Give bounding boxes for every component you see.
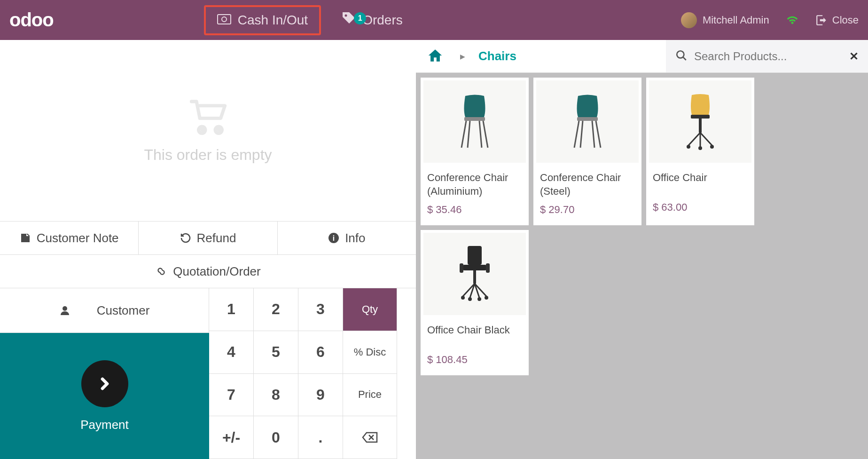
numpad-dot[interactable]: . xyxy=(298,416,343,459)
breadcrumb-separator-icon: ▶ xyxy=(454,53,471,60)
svg-rect-10 xyxy=(464,117,485,121)
numpad-backspace[interactable] xyxy=(343,416,397,459)
product-name: Office Chair Black xyxy=(421,318,529,352)
numpad-9[interactable]: 9 xyxy=(298,374,343,417)
svg-text:i: i xyxy=(333,234,335,242)
product-name: Office Chair xyxy=(646,166,754,199)
search-input[interactable] xyxy=(688,50,849,63)
svg-line-18 xyxy=(580,121,583,148)
svg-line-24 xyxy=(700,133,712,145)
svg-point-1 xyxy=(222,17,227,22)
svg-point-39 xyxy=(477,297,481,301)
product-card[interactable]: Office Chair $ 63.00 xyxy=(646,78,754,225)
orders-badge: 1 xyxy=(354,12,366,24)
svg-line-14 xyxy=(479,121,482,148)
main: This order is empty Customer Note Refund… xyxy=(0,40,868,459)
svg-rect-15 xyxy=(577,117,598,121)
svg-rect-20 xyxy=(691,115,710,119)
numpad: 1 2 3 Qty 4 5 6 % Disc 7 8 9 Price +/- 0… xyxy=(209,288,416,459)
wifi-icon xyxy=(785,12,799,28)
home-icon[interactable] xyxy=(416,47,454,65)
svg-rect-30 xyxy=(460,263,463,273)
customer-button[interactable]: Customer xyxy=(0,288,209,333)
numpad-5[interactable]: 5 xyxy=(254,331,298,374)
product-image xyxy=(536,80,639,163)
svg-point-37 xyxy=(461,296,465,300)
svg-point-27 xyxy=(710,145,714,149)
payment-circle xyxy=(81,360,128,407)
svg-rect-28 xyxy=(468,246,482,265)
svg-rect-32 xyxy=(473,270,476,284)
numpad-4[interactable]: 4 xyxy=(209,331,254,374)
mode-disc[interactable]: % Disc xyxy=(343,331,397,374)
svg-line-16 xyxy=(574,121,579,148)
svg-point-26 xyxy=(698,146,702,150)
payment-label: Payment xyxy=(80,418,129,432)
search-wrap: ✕ xyxy=(666,40,868,72)
payment-button[interactable]: Payment xyxy=(0,333,209,459)
svg-line-19 xyxy=(592,121,594,148)
search-icon xyxy=(675,49,688,63)
svg-point-40 xyxy=(485,296,488,300)
numpad-1[interactable]: 1 xyxy=(209,288,254,331)
numpad-8[interactable]: 8 xyxy=(254,374,298,417)
customer-note-button[interactable]: Customer Note xyxy=(0,222,139,254)
logo: odoo xyxy=(9,9,54,31)
mode-qty[interactable]: Qty xyxy=(343,288,397,331)
numpad-7[interactable]: 7 xyxy=(209,374,254,417)
breadcrumb: ▶ Chairs ✕ xyxy=(416,40,868,73)
right-panel: ▶ Chairs ✕ Conference Chair (Aluminium) … xyxy=(416,40,868,459)
svg-line-12 xyxy=(483,121,488,148)
action-row-1: Customer Note Refund i Info xyxy=(0,221,416,255)
product-name: Conference Chair (Aluminium) xyxy=(421,166,529,202)
svg-rect-0 xyxy=(218,15,231,24)
product-card[interactable]: Conference Chair (Aluminium) $ 35.46 xyxy=(421,78,529,225)
orders-label: Orders xyxy=(362,13,403,28)
close-label: Close xyxy=(832,14,859,26)
numpad-2[interactable]: 2 xyxy=(254,288,298,331)
empty-text: This order is empty xyxy=(144,146,272,164)
product-card[interactable]: Conference Chair (Steel) $ 29.70 xyxy=(533,78,641,225)
products-grid: Conference Chair (Aluminium) $ 35.46 Con… xyxy=(416,73,868,459)
svg-rect-29 xyxy=(463,265,486,270)
svg-line-22 xyxy=(688,133,700,145)
numpad-sign[interactable]: +/- xyxy=(209,416,254,459)
product-name: Conference Chair (Steel) xyxy=(533,166,641,202)
product-price: $ 35.46 xyxy=(421,202,529,218)
svg-line-17 xyxy=(596,121,601,148)
quotation-button[interactable]: Quotation/Order xyxy=(0,255,416,288)
bottom-panel: Customer Payment 1 2 3 Qty 4 5 6 % Disc … xyxy=(0,288,416,459)
header: odoo Cash In/Out 1 Orders Mitchell Admin… xyxy=(0,0,868,40)
cart-empty: This order is empty xyxy=(0,40,416,221)
user-menu[interactable]: Mitchell Admin xyxy=(681,12,769,28)
svg-line-9 xyxy=(683,57,686,60)
orders-button[interactable]: 1 Orders xyxy=(330,6,414,34)
product-image xyxy=(423,80,526,163)
numpad-0[interactable]: 0 xyxy=(254,416,298,459)
svg-point-38 xyxy=(468,297,472,301)
svg-point-25 xyxy=(687,145,690,149)
svg-line-13 xyxy=(468,121,470,148)
product-card[interactable]: Office Chair Black $ 108.45 xyxy=(421,230,529,375)
product-price: $ 29.70 xyxy=(533,202,641,218)
left-panel: This order is empty Customer Note Refund… xyxy=(0,40,416,459)
product-image xyxy=(649,80,751,163)
svg-point-8 xyxy=(677,51,684,58)
action-row-2: Quotation/Order xyxy=(0,255,416,288)
customer-column: Customer Payment xyxy=(0,288,209,459)
breadcrumb-category[interactable]: Chairs xyxy=(471,49,524,63)
numpad-3[interactable]: 3 xyxy=(298,288,343,331)
svg-point-4 xyxy=(216,126,223,132)
info-button[interactable]: i Info xyxy=(278,222,416,254)
product-price: $ 63.00 xyxy=(646,199,754,215)
cart-icon xyxy=(187,97,229,137)
refund-button[interactable]: Refund xyxy=(139,222,277,254)
svg-line-11 xyxy=(461,121,466,148)
close-button[interactable]: Close xyxy=(815,14,859,26)
header-right: Mitchell Admin Close xyxy=(681,12,859,28)
cash-in-out-button[interactable]: Cash In/Out xyxy=(204,5,321,35)
cash-label: Cash In/Out xyxy=(238,13,308,28)
numpad-6[interactable]: 6 xyxy=(298,331,343,374)
mode-price[interactable]: Price xyxy=(343,374,397,417)
close-icon[interactable]: ✕ xyxy=(849,50,859,63)
